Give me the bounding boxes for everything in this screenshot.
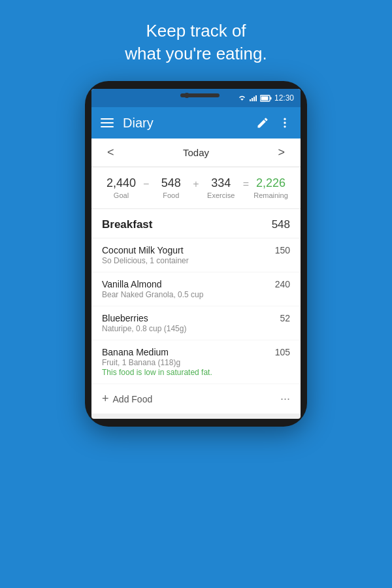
phone-speaker bbox=[180, 93, 220, 97]
menu-icon[interactable] bbox=[101, 118, 114, 127]
food-name: Vanilla Almond bbox=[102, 279, 270, 289]
add-food-label: Add Food bbox=[113, 394, 153, 404]
minus-operator: − bbox=[140, 178, 152, 198]
svg-rect-6 bbox=[261, 96, 268, 100]
food-calories: 150 bbox=[275, 245, 290, 255]
food-calories: 52 bbox=[280, 313, 290, 323]
svg-rect-4 bbox=[255, 95, 257, 101]
food-calories: 240 bbox=[275, 279, 290, 289]
phone-screen: 12:30 Diary < bbox=[91, 89, 301, 419]
equals-operator: = bbox=[240, 178, 252, 198]
page-tagline: Keep track of what you're eating. bbox=[125, 20, 267, 65]
food-value: 548 bbox=[161, 176, 181, 190]
food-name: Coconut Milk Yogurt bbox=[102, 245, 270, 255]
status-bar: 12:30 bbox=[91, 89, 301, 107]
food-detail: So Delicious, 1 container bbox=[102, 256, 270, 265]
exercise-label: Exercise bbox=[207, 191, 235, 199]
app-toolbar: Diary bbox=[91, 107, 301, 139]
food-label: Food bbox=[163, 191, 179, 199]
svg-point-9 bbox=[284, 122, 286, 124]
food-name: Banana Medium bbox=[102, 347, 270, 357]
wifi-icon bbox=[238, 95, 246, 102]
meal-calories: 548 bbox=[272, 218, 290, 231]
svg-point-8 bbox=[284, 118, 286, 120]
food-calories: 105 bbox=[275, 347, 290, 357]
svg-rect-2 bbox=[252, 98, 253, 101]
food-note: This food is low in saturated fat. bbox=[102, 368, 270, 377]
food-detail: Naturipe, 0.8 cup (145g) bbox=[102, 324, 274, 333]
plus-icon: + bbox=[102, 392, 109, 406]
food-info: Banana Medium Fruit, 1 Banana (118)g Thi… bbox=[102, 347, 270, 377]
meal-header: Breakfast 548 bbox=[91, 209, 301, 238]
food-item-vanilla[interactable]: Vanilla Almond Bear Naked Granola, 0.5 c… bbox=[91, 272, 301, 306]
svg-rect-7 bbox=[270, 97, 271, 99]
toolbar-title: Diary bbox=[123, 116, 154, 131]
food-name: Blueberries bbox=[102, 313, 274, 323]
signal-icon bbox=[249, 95, 257, 102]
food-info: Coconut Milk Yogurt So Delicious, 1 cont… bbox=[102, 245, 270, 265]
svg-marker-0 bbox=[240, 99, 244, 101]
food-detail: Fruit, 1 Banana (118)g bbox=[102, 358, 270, 367]
phone-frame: 12:30 Diary < bbox=[85, 81, 307, 427]
battery-icon bbox=[260, 95, 272, 102]
meal-name: Breakfast bbox=[102, 218, 153, 231]
svg-rect-3 bbox=[253, 97, 255, 101]
food-item-blueberries[interactable]: Blueberries Naturipe, 0.8 cup (145g) 52 bbox=[91, 306, 301, 340]
date-navigation: < Today > bbox=[91, 139, 301, 167]
goal-label: Goal bbox=[114, 191, 129, 199]
remaining-item: 2,226 Remaining bbox=[252, 176, 290, 199]
prev-day-button[interactable]: < bbox=[102, 143, 120, 162]
next-day-button[interactable]: > bbox=[272, 143, 290, 162]
food-info: Blueberries Naturipe, 0.8 cup (145g) bbox=[102, 313, 274, 333]
status-time: 12:30 bbox=[274, 93, 294, 103]
calories-summary: 2,440 Goal − 548 Food + 334 Exercise = 2… bbox=[91, 167, 301, 209]
goal-value: 2,440 bbox=[106, 176, 136, 190]
add-food-row: + Add Food ··· bbox=[91, 384, 301, 414]
plus-operator: + bbox=[190, 178, 201, 198]
breakfast-section: Breakfast 548 Coconut Milk Yogurt So Del… bbox=[91, 209, 301, 414]
add-food-button[interactable]: + Add Food bbox=[102, 392, 152, 406]
svg-rect-1 bbox=[250, 99, 251, 101]
food-item: 548 Food bbox=[152, 176, 190, 199]
toolbar-actions bbox=[256, 116, 291, 129]
food-detail: Bear Naked Granola, 0.5 cup bbox=[102, 290, 270, 299]
toolbar-left: Diary bbox=[101, 116, 154, 131]
exercise-value: 334 bbox=[211, 176, 231, 190]
goal-item: 2,440 Goal bbox=[102, 176, 140, 199]
exercise-item: 334 Exercise bbox=[202, 176, 240, 199]
meal-more-button[interactable]: ··· bbox=[280, 392, 290, 406]
food-item-coconut[interactable]: Coconut Milk Yogurt So Delicious, 1 cont… bbox=[91, 238, 301, 272]
food-item-banana[interactable]: Banana Medium Fruit, 1 Banana (118)g Thi… bbox=[91, 340, 301, 384]
remaining-value: 2,226 bbox=[256, 176, 286, 190]
content-area: Breakfast 548 Coconut Milk Yogurt So Del… bbox=[91, 209, 301, 414]
current-date: Today bbox=[183, 147, 209, 158]
status-icons: 12:30 bbox=[238, 93, 294, 103]
remaining-label: Remaining bbox=[253, 191, 288, 199]
more-icon[interactable] bbox=[278, 116, 291, 129]
svg-point-10 bbox=[284, 125, 286, 127]
edit-icon[interactable] bbox=[256, 116, 269, 129]
food-info: Vanilla Almond Bear Naked Granola, 0.5 c… bbox=[102, 279, 270, 299]
